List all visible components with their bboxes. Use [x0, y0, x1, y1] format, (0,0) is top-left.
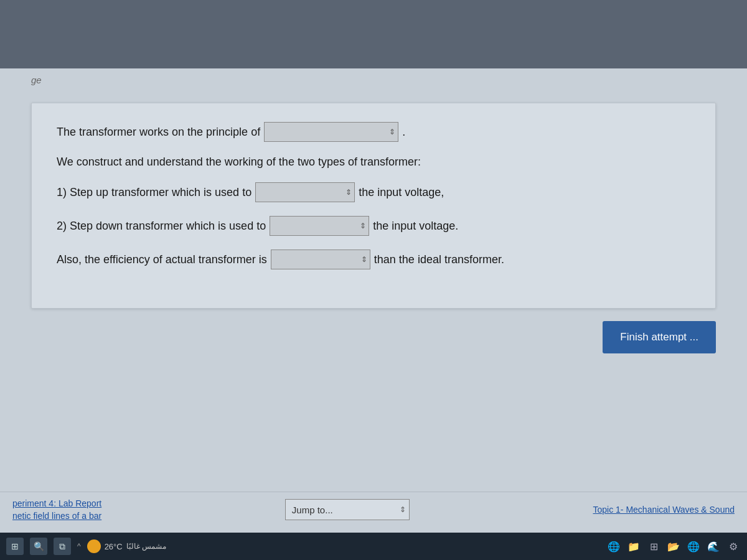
folder-icon[interactable]: 📂 [666, 539, 681, 554]
settings-icon[interactable]: ⚙ [726, 539, 741, 554]
app-grid-icon[interactable]: ⊞ [646, 539, 661, 554]
q5-prefix: Also, the efficiency of actual transform… [57, 253, 267, 266]
q1-prefix: The transformer works on the principle o… [57, 126, 260, 139]
quiz-card: The transformer works on the principle o… [31, 103, 716, 309]
taskbar-weather: 26°C مشمس غالبًا [87, 539, 166, 553]
browser-icon-2[interactable]: 🌐 [686, 539, 701, 554]
bottom-left-link2[interactable]: netic field lines of a bar [12, 511, 101, 521]
jump-dropdown[interactable]: Jump to... [285, 499, 410, 520]
start-button[interactable]: ⊞ [6, 538, 24, 555]
q5-select-wrapper[interactable]: less more equal [271, 250, 370, 269]
question-3-line: 1) Step up transformer which is used to … [57, 182, 690, 202]
weather-desc: مشمس غالبًا [126, 542, 166, 551]
taskbar: ⊞ 🔍 ⧉ ^ 26°C مشمس غالبًا 🌐 📁 ⊞ 📂 🌐 🌊 ⚙ [0, 533, 747, 560]
file-icon[interactable]: 📁 [626, 539, 641, 554]
q3-select-wrapper[interactable]: increase decrease maintain [255, 182, 355, 202]
page-label: ge [31, 75, 42, 85]
q1-dropdown[interactable]: mutual induction self induction electrom… [264, 122, 398, 142]
finish-btn-area: Finish attempt ... [31, 321, 716, 353]
weather-temp: 26°C [105, 542, 123, 551]
finish-attempt-button[interactable]: Finish attempt ... [603, 321, 716, 353]
q3-suffix: the input voltage, [359, 186, 444, 199]
bottom-right-link[interactable]: Topic 1- Mechanical Waves & Sound [593, 505, 735, 515]
jump-area: Jump to... [285, 499, 410, 520]
q2-text: We construct and understand the working … [57, 156, 421, 169]
q3-dropdown[interactable]: increase decrease maintain [255, 182, 355, 202]
q5-dropdown[interactable]: less more equal [271, 250, 370, 269]
question-5-line: Also, the efficiency of actual transform… [57, 250, 690, 269]
edge-icon[interactable]: 🌊 [706, 539, 721, 554]
q3-prefix: 1) Step up transformer which is used to [57, 186, 251, 199]
q5-suffix: than the ideal transformer. [374, 253, 504, 266]
q4-dropdown[interactable]: increase decrease maintain [270, 216, 369, 236]
question-2-line: We construct and understand the working … [57, 156, 690, 169]
main-content: ge The transformer works on the principl… [0, 68, 747, 492]
task-view-icon[interactable]: ⧉ [54, 538, 71, 555]
q4-suffix: the input voltage. [373, 220, 458, 233]
bottom-nav: periment 4: Lab Report netic field lines… [0, 498, 747, 521]
taskbar-right: 🌐 📁 ⊞ 📂 🌐 🌊 ⚙ [606, 539, 741, 554]
q4-select-wrapper[interactable]: increase decrease maintain [270, 216, 369, 236]
browser-icon-1[interactable]: 🌐 [606, 539, 621, 554]
q1-suffix: . [402, 126, 405, 139]
bottom-left-nav: periment 4: Lab Report netic field lines… [12, 498, 101, 521]
q4-prefix: 2) Step down transformer which is used t… [57, 220, 266, 233]
search-icon[interactable]: 🔍 [30, 538, 47, 555]
jump-select-wrapper[interactable]: Jump to... [285, 499, 410, 520]
question-1-line: The transformer works on the principle o… [57, 122, 690, 142]
top-bar [0, 0, 747, 68]
q1-select-wrapper[interactable]: mutual induction self induction electrom… [264, 122, 398, 142]
taskbar-left: ⊞ 🔍 ⧉ ^ 26°C مشمس غالبًا [6, 538, 166, 555]
weather-icon [87, 539, 101, 553]
taskbar-caret: ^ [77, 542, 81, 551]
question-4-line: 2) Step down transformer which is used t… [57, 216, 690, 236]
bottom-left-link1[interactable]: periment 4: Lab Report [12, 498, 101, 508]
